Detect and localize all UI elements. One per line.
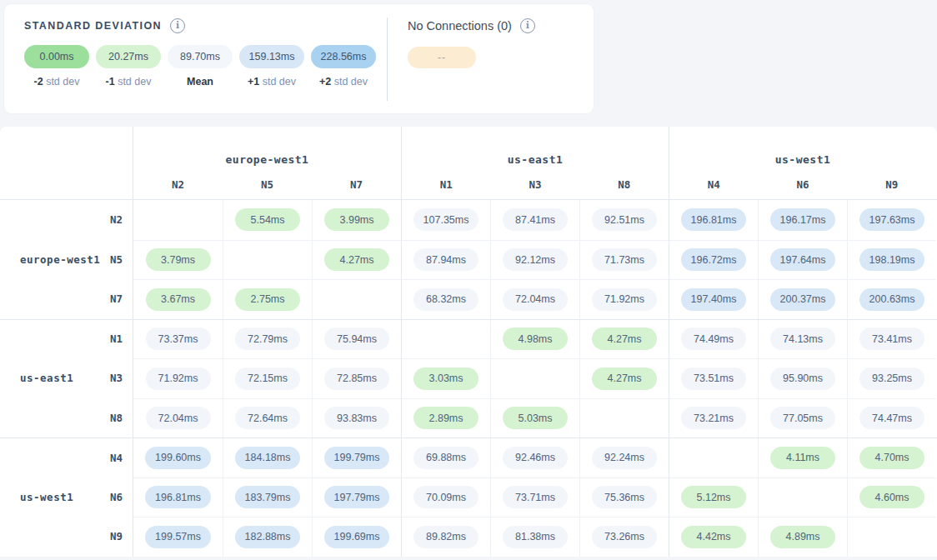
latency-cell: 107.35ms xyxy=(401,200,490,240)
latency-pill: 107.35ms xyxy=(413,208,479,231)
latency-pill: 92.46ms xyxy=(503,447,568,469)
caption-bold: +1 xyxy=(248,76,259,88)
column-region-label: us-west1 xyxy=(669,153,936,168)
latency-cell: 73.41ms xyxy=(847,320,936,359)
column-node-label: N1 xyxy=(402,178,491,193)
latency-cell: 73.51ms xyxy=(669,358,758,398)
latency-pill: 73.41ms xyxy=(859,328,924,350)
latency-pill: 92.51ms xyxy=(592,208,657,231)
latency-cell: 183.79ms xyxy=(223,478,312,518)
legend-caption: +2 std dev xyxy=(311,76,376,88)
latency-cell: 74.13ms xyxy=(758,320,847,359)
latency-pill: 68.32ms xyxy=(413,288,479,311)
latency-pill: 81.38ms xyxy=(503,526,568,548)
latency-pill: 4.89ms xyxy=(770,526,835,548)
info-icon[interactable]: i xyxy=(170,18,185,33)
latency-cell xyxy=(401,320,490,359)
latency-cell: 71.92ms xyxy=(133,358,223,398)
latency-pill: 72.04ms xyxy=(146,407,211,429)
legend-captions-row: -2 std dev-1 std devMean+1 std dev+2 std… xyxy=(24,76,387,88)
latency-pill: 70.09ms xyxy=(413,486,479,508)
latency-pill: 87.94ms xyxy=(413,248,479,271)
table-row: us-west1N6196.81ms183.79ms197.79ms70.09m… xyxy=(0,478,937,518)
latency-pill: 72.64ms xyxy=(235,407,300,429)
no-connections-section: No Connections (0) i -- xyxy=(388,4,535,113)
row-node-label: N3 xyxy=(110,372,123,384)
latency-pill: 184.18ms xyxy=(235,447,301,469)
row-label-cell: N7 xyxy=(0,279,133,319)
latency-cell: 71.92ms xyxy=(579,279,669,319)
latency-cell: 87.41ms xyxy=(490,200,579,240)
legend-pills-row: 0.00ms20.27ms89.70ms159.13ms228.56ms xyxy=(24,45,387,68)
latency-pill: 72.85ms xyxy=(324,368,389,390)
latency-cell: 3.03ms xyxy=(401,358,490,398)
latency-cell: 92.12ms xyxy=(490,240,579,280)
latency-cell: 5.03ms xyxy=(490,398,579,438)
latency-cell: 3.99ms xyxy=(312,200,401,240)
latency-cell: 2.75ms xyxy=(223,279,312,319)
latency-cell: 4.70ms xyxy=(847,438,936,478)
latency-pill: 4.42ms xyxy=(681,526,746,548)
caption-bold: Mean xyxy=(187,76,213,88)
legend-pill: 228.56ms xyxy=(311,45,376,68)
latency-pill: 93.83ms xyxy=(324,407,389,429)
column-node-row: N1N3N8 xyxy=(402,178,669,193)
latency-pill: 75.94ms xyxy=(324,328,389,350)
row-label-cell: N8 xyxy=(0,398,133,438)
table-row: N25.54ms3.99ms107.35ms87.41ms92.51ms196.… xyxy=(0,200,937,240)
latency-cell xyxy=(669,438,758,478)
legend-title-row: STANDARD DEVIATION i xyxy=(24,18,387,34)
latency-cell: 197.63ms xyxy=(847,200,936,240)
latency-pill: 4.60ms xyxy=(859,486,924,508)
column-node-label: N3 xyxy=(491,178,580,193)
latency-cell: 184.18ms xyxy=(223,438,312,478)
latency-pill: 92.12ms xyxy=(503,248,568,271)
caption-rest: std dev xyxy=(259,76,296,88)
info-icon[interactable]: i xyxy=(520,18,535,33)
latency-cell: 200.37ms xyxy=(758,279,847,319)
latency-cell: 92.46ms xyxy=(490,438,579,478)
table-row: us-east1N371.92ms72.15ms72.85ms3.03ms4.2… xyxy=(0,358,937,398)
row-node-label: N5 xyxy=(110,253,123,266)
latency-pill: 200.63ms xyxy=(859,288,925,311)
matrix-header: europe-west1N2N5N7us-east1N1N3N8us-west1… xyxy=(0,127,937,200)
latency-pill: 196.72ms xyxy=(681,248,747,271)
latency-pill: 74.47ms xyxy=(859,407,924,429)
latency-cell: 87.94ms xyxy=(401,240,490,280)
latency-cell: 2.89ms xyxy=(401,398,490,438)
latency-cell: 73.37ms xyxy=(133,320,223,359)
latency-cell: 4.89ms xyxy=(758,517,847,557)
latency-cell: 75.36ms xyxy=(579,478,669,518)
latency-cell: 92.51ms xyxy=(579,200,669,240)
legend-caption: -1 std dev xyxy=(96,76,161,88)
latency-pill: 73.51ms xyxy=(681,368,746,390)
row-label-cell: N4 xyxy=(0,438,133,478)
latency-pill: 73.21ms xyxy=(681,407,746,429)
latency-cell: 196.81ms xyxy=(669,200,758,240)
latency-pill: 95.90ms xyxy=(770,368,835,390)
caption-rest: std dev xyxy=(43,76,80,88)
column-node-row: N2N5N7 xyxy=(133,178,401,193)
latency-cell: 72.04ms xyxy=(133,398,223,438)
latency-pill: 69.88ms xyxy=(413,447,479,469)
column-node-label: N4 xyxy=(669,178,759,193)
latency-cell: 74.47ms xyxy=(847,398,936,438)
latency-cell: 4.60ms xyxy=(847,478,936,518)
latency-cell: 4.11ms xyxy=(758,438,847,478)
latency-cell: 3.79ms xyxy=(133,240,223,280)
latency-cell: 72.85ms xyxy=(312,358,401,398)
legend-caption: -2 std dev xyxy=(24,76,89,88)
latency-pill: 199.79ms xyxy=(324,447,390,469)
latency-cell: 182.88ms xyxy=(223,517,312,557)
latency-cell: 72.64ms xyxy=(223,398,312,438)
latency-pill: 72.04ms xyxy=(503,288,568,311)
row-node-label: N6 xyxy=(110,491,123,503)
latency-cell xyxy=(223,240,312,280)
latency-pill: 197.63ms xyxy=(859,208,925,231)
matrix-body: N25.54ms3.99ms107.35ms87.41ms92.51ms196.… xyxy=(0,200,937,557)
column-node-label: N9 xyxy=(847,178,936,193)
latency-pill: 197.40ms xyxy=(681,288,747,311)
latency-cell xyxy=(133,200,223,240)
latency-cell: 72.15ms xyxy=(223,358,312,398)
latency-pill: 89.82ms xyxy=(413,526,479,548)
